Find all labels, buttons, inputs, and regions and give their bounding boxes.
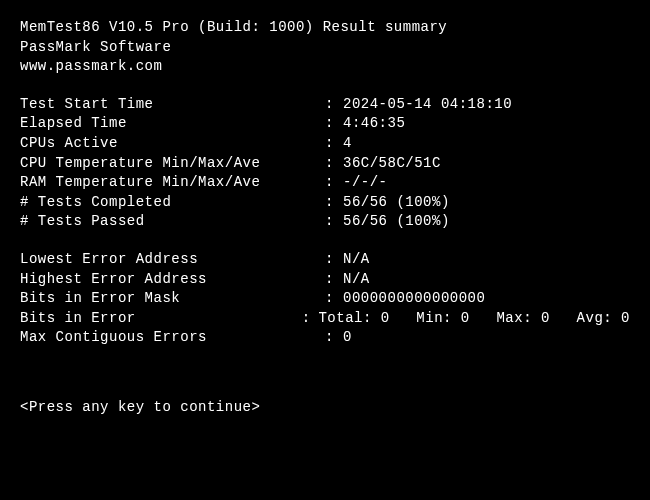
row-cpus-active: CPUs Active : 4: [20, 134, 630, 154]
row-bits-mask: Bits in Error Mask : 0000000000000000: [20, 289, 630, 309]
colon: :: [325, 212, 343, 232]
start-time-value: 2024-05-14 04:18:10: [343, 95, 630, 115]
cpus-active-label: CPUs Active: [20, 134, 325, 154]
colon: :: [325, 154, 343, 174]
highest-addr-value: N/A: [343, 270, 630, 290]
ram-temp-label: RAM Temperature Min/Max/Ave: [20, 173, 325, 193]
bits-error-label: Bits in Error: [20, 309, 302, 329]
row-cpu-temp: CPU Temperature Min/Max/Ave : 36C/58C/51…: [20, 154, 630, 174]
row-lowest-addr: Lowest Error Address : N/A: [20, 250, 630, 270]
colon: :: [325, 289, 343, 309]
app-title: MemTest86 V10.5 Pro (Build: 1000) Result…: [20, 18, 630, 38]
cpu-temp-value: 36C/58C/51C: [343, 154, 630, 174]
bits-mask-label: Bits in Error Mask: [20, 289, 325, 309]
row-highest-addr: Highest Error Address : N/A: [20, 270, 630, 290]
colon: :: [325, 270, 343, 290]
errors-section: Lowest Error Address : N/A Highest Error…: [20, 250, 630, 348]
bits-error-value: Total: 0 Min: 0 Max: 0 Avg: 0: [318, 309, 630, 329]
row-tests-completed: # Tests Completed : 56/56 (100%): [20, 193, 630, 213]
header: MemTest86 V10.5 Pro (Build: 1000) Result…: [20, 18, 630, 77]
company-name: PassMark Software: [20, 38, 630, 58]
tests-passed-value: 56/56 (100%): [343, 212, 630, 232]
row-ram-temp: RAM Temperature Min/Max/Ave : -/-/-: [20, 173, 630, 193]
max-contig-value: 0: [343, 328, 630, 348]
colon: :: [325, 134, 343, 154]
lowest-addr-label: Lowest Error Address: [20, 250, 325, 270]
row-tests-passed: # Tests Passed : 56/56 (100%): [20, 212, 630, 232]
row-elapsed: Elapsed Time : 4:46:35: [20, 114, 630, 134]
lowest-addr-value: N/A: [343, 250, 630, 270]
elapsed-label: Elapsed Time: [20, 114, 325, 134]
tests-passed-label: # Tests Passed: [20, 212, 325, 232]
colon: :: [325, 173, 343, 193]
bits-mask-value: 0000000000000000: [343, 289, 630, 309]
colon: :: [325, 250, 343, 270]
colon: :: [325, 328, 343, 348]
highest-addr-label: Highest Error Address: [20, 270, 325, 290]
colon: :: [325, 193, 343, 213]
colon: :: [325, 95, 343, 115]
company-url: www.passmark.com: [20, 57, 630, 77]
row-max-contig: Max Contiguous Errors : 0: [20, 328, 630, 348]
tests-completed-label: # Tests Completed: [20, 193, 325, 213]
ram-temp-value: -/-/-: [343, 173, 630, 193]
row-bits-error: Bits in Error : Total: 0 Min: 0 Max: 0 A…: [20, 309, 630, 329]
continue-prompt[interactable]: <Press any key to continue>: [20, 398, 630, 418]
max-contig-label: Max Contiguous Errors: [20, 328, 325, 348]
tests-completed-value: 56/56 (100%): [343, 193, 630, 213]
start-time-label: Test Start Time: [20, 95, 325, 115]
colon: :: [325, 114, 343, 134]
elapsed-value: 4:46:35: [343, 114, 630, 134]
colon: :: [302, 309, 319, 329]
row-start-time: Test Start Time : 2024-05-14 04:18:10: [20, 95, 630, 115]
cpu-temp-label: CPU Temperature Min/Max/Ave: [20, 154, 325, 174]
cpus-active-value: 4: [343, 134, 630, 154]
summary-section: Test Start Time : 2024-05-14 04:18:10 El…: [20, 95, 630, 232]
